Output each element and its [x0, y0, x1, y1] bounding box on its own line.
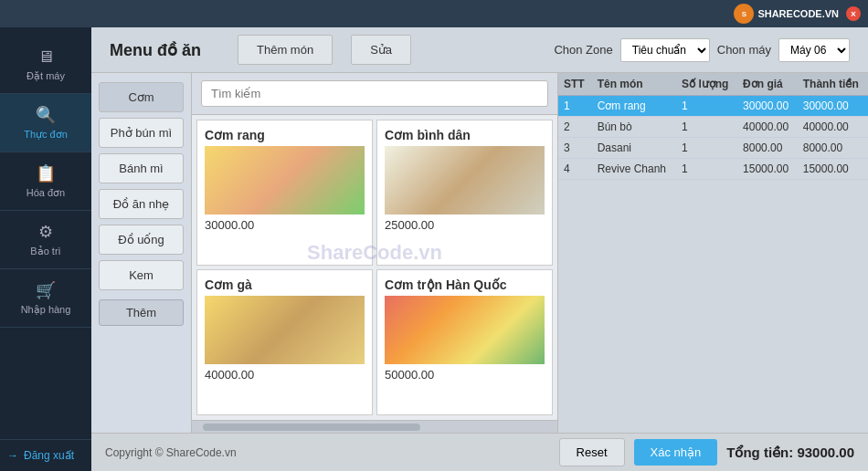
cell-qty: 1	[676, 117, 737, 138]
category-do-uong[interactable]: Đồ uống	[99, 225, 184, 255]
cell-price: 15000.00	[737, 159, 798, 180]
logout-button[interactable]: → Đăng xuất	[0, 440, 91, 471]
menu-item-name-com-tron: Cơm trộn Hàn Quốc	[385, 277, 545, 292]
cell-qty: 1	[676, 138, 737, 159]
search-input[interactable]	[201, 80, 548, 107]
cell-name: Cơm rang	[592, 96, 676, 117]
zone-area: Chon Zone Tiêu chuẩn Zone A Zone B Chon …	[554, 38, 850, 62]
logo-text: SHARECODE.VN	[757, 8, 839, 19]
menu-item-img-com-binh-dan	[385, 146, 545, 215]
menu-item-name-com-rang: Cơm rang	[205, 128, 365, 142]
machine-label: Chon máy	[717, 43, 771, 57]
category-banh-mi[interactable]: Bánh mì	[99, 153, 184, 183]
menu-item-price-com-binh-dan: 25000.00	[385, 218, 545, 232]
sidebar-item-dat-may[interactable]: 🖥 Đặt máy	[0, 37, 91, 94]
sidebar-item-thuc-don[interactable]: 🔍 Thực đơn	[0, 94, 91, 152]
menu-item-price-com-tron: 50000.00	[385, 368, 545, 382]
cell-price: 30000.00	[737, 96, 798, 117]
category-do-an-nhe[interactable]: Đồ ăn nhẹ	[99, 189, 184, 219]
menu-item-img-com-rang	[205, 146, 365, 215]
sidebar-item-hoa-don[interactable]: 📋 Hóa đơn	[0, 152, 91, 211]
zone-label: Chon Zone	[554, 43, 612, 57]
content-area: Menu đồ ăn Thêm món Sửa Chon Zone Tiêu c…	[91, 27, 868, 471]
nhap-hang-icon: 🛒	[36, 280, 56, 300]
menu-item-com-tron[interactable]: Cơm trộn Hàn Quốc 50000.00	[376, 269, 553, 415]
hoa-don-icon: 📋	[36, 163, 56, 183]
page-title: Menu đồ ăn	[110, 40, 201, 60]
cell-name: Revive Chanh	[592, 159, 676, 180]
add-item-button[interactable]: Thêm món	[238, 35, 333, 65]
logout-icon: →	[7, 449, 18, 462]
thuc-don-icon: 🔍	[36, 105, 56, 125]
zone-select[interactable]: Tiêu chuẩn Zone A Zone B	[620, 38, 710, 62]
menu-item-com-rang[interactable]: Cơm rang 30000.00	[196, 120, 373, 266]
menu-item-com-binh-dan[interactable]: Cơm bình dân 25000.00	[376, 120, 553, 266]
search-bar	[192, 73, 557, 115]
confirm-button[interactable]: Xác nhận	[634, 439, 718, 466]
menu-item-img-com-ga	[205, 296, 365, 364]
col-don-gia: Đơn giá	[737, 73, 798, 96]
cell-qty: 1	[676, 159, 737, 180]
sidebar-label-dat-may: Đặt máy	[26, 70, 65, 82]
category-pho-bun-mi[interactable]: Phở bún mì	[99, 118, 184, 148]
logout-label: Đăng xuất	[24, 449, 74, 462]
category-kem[interactable]: Kem	[99, 260, 184, 290]
cell-stt: 3	[558, 138, 592, 159]
total-label: Tổng tiền: 93000.00	[726, 445, 854, 461]
menu-item-com-ga[interactable]: Cơm gà 40000.00	[196, 269, 373, 415]
order-table: STT Tên món Số lượng Đơn giá Thành tiền …	[558, 73, 868, 433]
menu-grid: Cơm rang 30000.00 Cơm bình dân 25000.00 …	[192, 115, 557, 420]
add-category-button[interactable]: Thêm	[99, 299, 184, 326]
bao-tri-icon: ⚙	[38, 222, 53, 242]
col-stt: STT	[558, 73, 592, 96]
col-so-luong: Số lượng	[676, 73, 737, 96]
table-row[interactable]: 2 Bún bò 1 40000.00 40000.00	[558, 117, 868, 138]
menu-area: ShareCode.vn Cơm rang 30000.00 Cơm bình …	[192, 73, 557, 433]
category-sidebar: Cơm Phở bún mì Bánh mì Đồ ăn nhẹ Đồ uống…	[91, 73, 192, 433]
cell-stt: 2	[558, 117, 592, 138]
table-row[interactable]: 4 Revive Chanh 1 15000.00 15000.00	[558, 159, 868, 180]
menu-item-name-com-binh-dan: Cơm bình dân	[385, 128, 545, 142]
footer-actions: Reset Xác nhận Tổng tiền: 93000.00	[559, 438, 854, 466]
cell-name: Dasani	[592, 138, 676, 159]
sidebar-label-thuc-don: Thực đơn	[24, 129, 68, 141]
cell-price: 8000.00	[737, 138, 798, 159]
cell-total: 15000.00	[798, 159, 868, 180]
close-button[interactable]: ×	[846, 6, 861, 21]
menu-item-name-com-ga: Cơm gà	[205, 277, 365, 292]
menu-item-img-com-tron	[385, 296, 545, 364]
sidebar: 🖥 Đặt máy 🔍 Thực đơn 📋 Hóa đơn ⚙ Bảo trì…	[0, 27, 91, 471]
copyright-text: Copyright © ShareCode.vn	[105, 446, 237, 459]
sidebar-item-nhap-hang[interactable]: 🛒 Nhập hàng	[0, 269, 91, 328]
machine-select[interactable]: Máy 06 Máy 01 Máy 02	[778, 38, 850, 62]
table-row[interactable]: 3 Dasani 1 8000.00 8000.00	[558, 138, 868, 159]
dat-may-icon: 🖥	[37, 47, 54, 67]
cell-price: 40000.00	[737, 117, 798, 138]
sidebar-label-hoa-don: Hóa đơn	[26, 187, 65, 199]
menu-item-price-com-rang: 30000.00	[205, 218, 365, 232]
header-bar: Menu đồ ăn Thêm món Sửa Chon Zone Tiêu c…	[91, 27, 868, 73]
cell-qty: 1	[676, 96, 737, 117]
cell-stt: 4	[558, 159, 592, 180]
edit-button[interactable]: Sửa	[351, 35, 411, 65]
menu-item-price-com-ga: 40000.00	[205, 368, 365, 382]
reset-button[interactable]: Reset	[559, 438, 625, 466]
main-container: 🖥 Đặt máy 🔍 Thực đơn 📋 Hóa đơn ⚙ Bảo trì…	[0, 27, 868, 471]
logo-area: S SHARECODE.VN	[734, 4, 839, 24]
cell-stt: 1	[558, 96, 592, 117]
top-bar: S SHARECODE.VN ×	[0, 0, 868, 27]
body-row: Cơm Phở bún mì Bánh mì Đồ ăn nhẹ Đồ uống…	[91, 73, 868, 433]
cell-name: Bún bò	[592, 117, 676, 138]
cell-total: 8000.00	[798, 138, 868, 159]
col-thanh-tien: Thành tiền	[798, 73, 868, 96]
sidebar-label-nhap-hang: Nhập hàng	[21, 304, 71, 316]
cell-total: 40000.00	[798, 117, 868, 138]
category-com[interactable]: Cơm	[99, 82, 184, 112]
horizontal-scrollbar[interactable]	[192, 420, 557, 433]
footer-bar: Copyright © ShareCode.vn Reset Xác nhận …	[91, 433, 868, 471]
table-row[interactable]: 1 Cơm rang 1 30000.00 30000.00	[558, 96, 868, 117]
sidebar-item-bao-tri[interactable]: ⚙ Bảo trì	[0, 211, 91, 269]
sidebar-label-bao-tri: Bảo trì	[30, 246, 60, 257]
sidebar-bottom: → Đăng xuất	[0, 439, 91, 471]
order-panel: STT Tên món Số lượng Đơn giá Thành tiền …	[557, 73, 868, 433]
